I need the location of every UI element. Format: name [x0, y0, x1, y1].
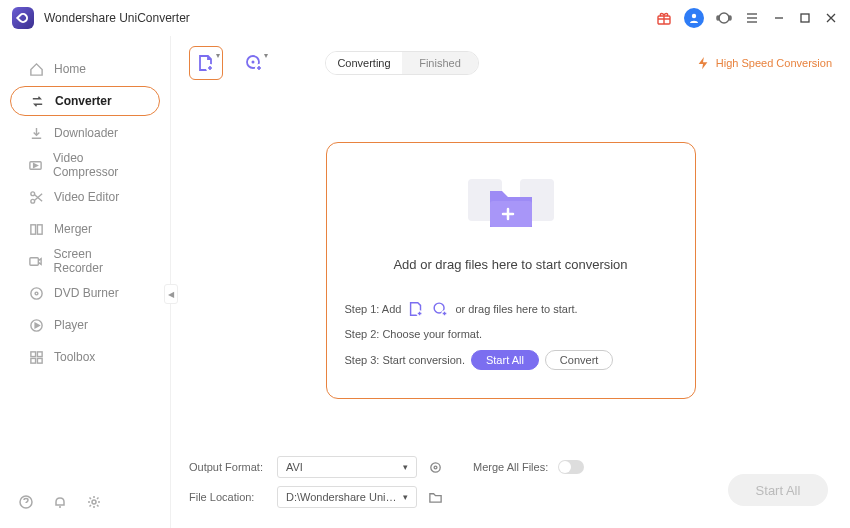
svg-point-1	[692, 14, 696, 18]
main-panel: ▾ ▾ Converting Finished High Speed Conve…	[170, 36, 850, 528]
svg-rect-10	[37, 224, 42, 233]
chevron-down-icon: ▾	[403, 462, 408, 472]
step-1-row: Step 1: Add or drag files here to start.	[345, 300, 677, 318]
menu-icon[interactable]	[744, 10, 760, 26]
sidebar-item-editor[interactable]: Video Editor	[10, 182, 160, 212]
output-format-value: AVI	[286, 461, 303, 473]
svg-rect-5	[801, 14, 809, 22]
high-speed-label: High Speed Conversion	[716, 57, 832, 69]
folder-illustration	[345, 169, 677, 239]
sidebar-item-screen-recorder[interactable]: Screen Recorder	[10, 246, 160, 276]
svg-point-31	[430, 462, 439, 471]
sidebar-item-label: Home	[54, 62, 86, 76]
svg-point-23	[252, 61, 255, 64]
sidebar: Home Converter Downloader Video Compress…	[0, 36, 170, 528]
output-format-label: Output Format:	[189, 461, 267, 473]
drop-main-text: Add or drag files here to start conversi…	[345, 257, 677, 272]
sidebar-item-converter[interactable]: Converter	[10, 86, 160, 116]
add-dvd-icon[interactable]	[431, 300, 449, 318]
help-icon[interactable]	[18, 494, 34, 510]
svg-point-12	[30, 287, 41, 298]
step-2-row: Step 2: Choose your format.	[345, 328, 677, 340]
merger-icon	[28, 221, 44, 237]
step-3-text: Step 3: Start conversion.	[345, 354, 465, 366]
step-1-prefix: Step 1: Add	[345, 303, 402, 315]
compress-icon	[28, 157, 43, 173]
sidebar-item-label: Downloader	[54, 126, 118, 140]
file-location-select[interactable]: D:\Wondershare UniConverter ▾	[277, 486, 417, 508]
step-3-row: Step 3: Start conversion. Start All Conv…	[345, 350, 677, 370]
scissors-icon	[28, 189, 44, 205]
svg-rect-15	[30, 351, 35, 356]
status-tabs: Converting Finished	[325, 51, 479, 75]
svg-rect-9	[30, 224, 35, 233]
svg-rect-11	[30, 257, 38, 265]
start-all-step-button[interactable]: Start All	[471, 350, 539, 370]
sidebar-item-label: DVD Burner	[54, 286, 119, 300]
sidebar-item-label: Screen Recorder	[54, 247, 142, 275]
convert-step-button[interactable]: Convert	[545, 350, 614, 370]
svg-rect-16	[37, 351, 42, 356]
sidebar-item-label: Player	[54, 318, 88, 332]
svg-point-7	[30, 191, 34, 195]
svg-point-2	[719, 13, 729, 23]
converter-icon	[29, 93, 45, 109]
user-avatar-icon[interactable]	[684, 8, 704, 28]
svg-point-20	[92, 500, 96, 504]
svg-rect-17	[30, 358, 35, 363]
add-file-icon[interactable]	[407, 300, 425, 318]
tab-finished[interactable]: Finished	[402, 52, 478, 74]
disc-icon	[28, 285, 44, 301]
format-settings-icon[interactable]	[427, 459, 443, 475]
chevron-down-icon: ▾	[264, 51, 268, 60]
gift-icon[interactable]	[656, 10, 672, 26]
sidebar-item-downloader[interactable]: Downloader	[10, 118, 160, 148]
bell-icon[interactable]	[52, 494, 68, 510]
sidebar-item-label: Video Editor	[54, 190, 119, 204]
sidebar-item-dvd-burner[interactable]: DVD Burner	[10, 278, 160, 308]
close-button[interactable]	[824, 11, 838, 25]
record-icon	[28, 253, 44, 269]
svg-rect-18	[37, 358, 42, 363]
home-icon	[28, 61, 44, 77]
download-icon	[28, 125, 44, 141]
app-title: Wondershare UniConverter	[44, 11, 190, 25]
output-format-select[interactable]: AVI ▾	[277, 456, 417, 478]
collapse-sidebar-button[interactable]: ◀	[164, 284, 178, 304]
svg-point-8	[30, 199, 34, 203]
support-icon[interactable]	[716, 10, 732, 26]
grid-icon	[28, 349, 44, 365]
step-1-suffix: or drag files here to start.	[455, 303, 577, 315]
sidebar-item-compressor[interactable]: Video Compressor	[10, 150, 160, 180]
high-speed-conversion-button[interactable]: High Speed Conversion	[696, 56, 832, 70]
sidebar-item-toolbox[interactable]: Toolbox	[10, 342, 160, 372]
merge-files-label: Merge All Files:	[473, 461, 548, 473]
svg-point-32	[434, 466, 437, 469]
sidebar-item-label: Merger	[54, 222, 92, 236]
play-icon	[28, 317, 44, 333]
open-folder-icon[interactable]	[427, 489, 443, 505]
drop-area[interactable]: Add or drag files here to start conversi…	[326, 142, 696, 399]
file-location-value: D:\Wondershare UniConverter	[286, 491, 403, 503]
chevron-down-icon: ▾	[403, 492, 408, 502]
start-all-button[interactable]: Start All	[728, 474, 828, 506]
chevron-down-icon: ▾	[216, 51, 220, 60]
svg-point-13	[35, 292, 38, 295]
settings-icon[interactable]	[86, 494, 102, 510]
toolbar: ▾ ▾ Converting Finished High Speed Conve…	[189, 46, 832, 80]
add-file-button[interactable]: ▾	[189, 46, 223, 80]
maximize-button[interactable]	[798, 11, 812, 25]
sidebar-item-merger[interactable]: Merger	[10, 214, 160, 244]
sidebar-item-label: Video Compressor	[53, 151, 142, 179]
tab-converting[interactable]: Converting	[326, 52, 402, 74]
sidebar-item-player[interactable]: Player	[10, 310, 160, 340]
add-dvd-button[interactable]: ▾	[237, 46, 271, 80]
sidebar-item-label: Converter	[55, 94, 112, 108]
sidebar-item-label: Toolbox	[54, 350, 95, 364]
merge-files-toggle[interactable]	[558, 460, 584, 474]
app-logo	[12, 7, 34, 29]
file-location-label: File Location:	[189, 491, 267, 503]
title-bar: Wondershare UniConverter	[0, 0, 850, 36]
sidebar-item-home[interactable]: Home	[10, 54, 160, 84]
minimize-button[interactable]	[772, 11, 786, 25]
